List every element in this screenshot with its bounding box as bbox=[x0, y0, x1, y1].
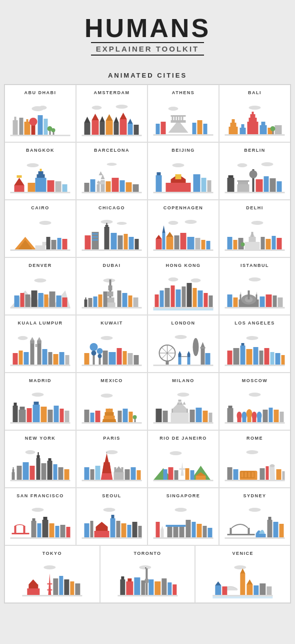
city-rio-de-janeiro[interactable]: RIO DE JANEIRO bbox=[148, 430, 219, 488]
city-paris[interactable]: PARIS bbox=[76, 430, 148, 488]
svg-rect-506 bbox=[121, 576, 124, 579]
city-london[interactable]: LONDON bbox=[148, 315, 219, 373]
city-athens[interactable]: ATHENS bbox=[148, 85, 219, 142]
svg-point-337 bbox=[133, 415, 137, 419]
city-sydney[interactable]: SYDNEY bbox=[219, 488, 290, 545]
city-seoul[interactable]: SEOUL bbox=[76, 488, 148, 545]
svg-rect-301 bbox=[242, 343, 244, 346]
svg-point-265 bbox=[92, 351, 96, 356]
svg-rect-241 bbox=[266, 294, 272, 307]
city-berlin[interactable]: BERLIN bbox=[219, 142, 290, 200]
city-delhi[interactable]: DELHI bbox=[219, 200, 290, 257]
svg-point-310 bbox=[32, 393, 44, 397]
svg-point-366 bbox=[257, 412, 262, 420]
city-milano[interactable]: MILANO bbox=[148, 373, 219, 430]
city-toronto[interactable]: TORONTO bbox=[100, 545, 196, 603]
svg-rect-524 bbox=[247, 584, 253, 595]
city-kuala-lumpur[interactable]: KUALA LUMPUR bbox=[4, 315, 76, 373]
svg-rect-42 bbox=[171, 115, 186, 117]
svg-rect-154 bbox=[82, 249, 142, 251]
svg-rect-164 bbox=[180, 233, 186, 250]
svg-rect-140 bbox=[94, 233, 96, 235]
city-hong-kong[interactable]: HONG KONG bbox=[148, 257, 219, 315]
city-venice[interactable]: VENICE bbox=[195, 545, 290, 603]
svg-rect-353 bbox=[203, 411, 208, 423]
page-header: HUMANS EXPLAINER TOOLKIT bbox=[0, 0, 295, 66]
city-san-francisco[interactable]: SAN FRANCISCO bbox=[4, 488, 76, 545]
svg-rect-157 bbox=[162, 233, 166, 250]
svg-point-170 bbox=[252, 221, 264, 225]
city-rome[interactable]: ROME bbox=[219, 430, 290, 488]
svg-rect-444 bbox=[44, 517, 48, 520]
svg-rect-313 bbox=[19, 410, 26, 423]
city-dubai[interactable]: DUBAI bbox=[76, 257, 148, 315]
svg-rect-58 bbox=[252, 112, 254, 114]
svg-rect-385 bbox=[48, 461, 52, 480]
city-bangkok[interactable]: BANGKOK bbox=[4, 142, 76, 200]
svg-rect-510 bbox=[141, 580, 145, 595]
city-mexico[interactable]: MEXICO bbox=[76, 373, 148, 430]
svg-rect-399 bbox=[96, 466, 100, 480]
city-new-york[interactable]: NEW YORK bbox=[4, 430, 76, 488]
city-los-angeles[interactable]: LOS ANGELES bbox=[219, 315, 290, 373]
svg-rect-26 bbox=[114, 123, 119, 135]
svg-rect-308 bbox=[282, 355, 285, 365]
svg-rect-193 bbox=[50, 291, 56, 307]
svg-rect-293 bbox=[200, 347, 206, 349]
city-kuwait[interactable]: KUWAIT bbox=[76, 315, 148, 373]
svg-rect-479 bbox=[228, 534, 255, 535]
svg-rect-498 bbox=[70, 581, 74, 595]
svg-rect-243 bbox=[278, 297, 283, 307]
svg-point-324 bbox=[101, 394, 113, 398]
city-cairo[interactable]: CAIRO bbox=[4, 200, 76, 257]
svg-rect-201 bbox=[106, 297, 114, 302]
svg-rect-250 bbox=[38, 341, 42, 365]
city-denver[interactable]: DENVER bbox=[4, 257, 76, 315]
svg-rect-383 bbox=[30, 466, 35, 480]
svg-rect-485 bbox=[274, 522, 278, 538]
city-chicago[interactable]: CHICAGO bbox=[76, 200, 148, 257]
city-amsterdam[interactable]: AMSTERDAM bbox=[76, 85, 148, 142]
city-bali[interactable]: BALI bbox=[219, 85, 290, 142]
svg-rect-60 bbox=[262, 122, 266, 125]
svg-point-185 bbox=[34, 278, 46, 282]
svg-rect-414 bbox=[168, 467, 174, 480]
svg-rect-321 bbox=[60, 409, 64, 423]
svg-rect-187 bbox=[14, 295, 20, 307]
svg-rect-233 bbox=[248, 290, 250, 299]
svg-rect-143 bbox=[94, 236, 96, 238]
svg-rect-100 bbox=[157, 172, 161, 175]
svg-rect-331 bbox=[90, 413, 94, 423]
city-tokyo[interactable]: TOKYO bbox=[4, 545, 100, 603]
svg-rect-210 bbox=[122, 293, 128, 307]
svg-rect-445 bbox=[50, 523, 54, 538]
svg-rect-95 bbox=[166, 183, 191, 192]
city-moscow[interactable]: MOSCOW bbox=[219, 373, 290, 430]
city-copenhagen[interactable]: COPENHAGEN bbox=[148, 200, 219, 257]
svg-rect-132 bbox=[10, 249, 70, 251]
svg-rect-3 bbox=[14, 117, 16, 120]
svg-point-264 bbox=[90, 343, 98, 351]
city-abu-dhabi[interactable]: ABU DHABI bbox=[4, 85, 76, 142]
svg-rect-460 bbox=[128, 525, 132, 538]
svg-rect-206 bbox=[94, 296, 98, 307]
svg-rect-74 bbox=[40, 169, 42, 171]
svg-point-268 bbox=[98, 354, 102, 358]
city-istanbul[interactable]: ISTANBUL bbox=[219, 257, 290, 315]
city-beijing[interactable]: BEIJING bbox=[148, 142, 219, 200]
svg-rect-315 bbox=[27, 408, 32, 423]
svg-rect-165 bbox=[188, 237, 194, 250]
svg-rect-137 bbox=[106, 223, 108, 225]
svg-point-215 bbox=[191, 278, 201, 282]
city-madrid[interactable]: MADRID bbox=[4, 373, 76, 430]
svg-rect-296 bbox=[154, 365, 214, 366]
city-singapore[interactable]: SINGAPORE bbox=[148, 488, 219, 545]
svg-rect-474 bbox=[197, 524, 202, 538]
svg-rect-473 bbox=[192, 522, 196, 538]
svg-rect-103 bbox=[208, 180, 212, 192]
svg-rect-481 bbox=[248, 528, 250, 534]
city-barcelona[interactable]: BARCELONA bbox=[76, 142, 148, 200]
svg-rect-443 bbox=[42, 520, 48, 538]
svg-rect-258 bbox=[54, 354, 58, 365]
svg-rect-5 bbox=[24, 122, 30, 135]
